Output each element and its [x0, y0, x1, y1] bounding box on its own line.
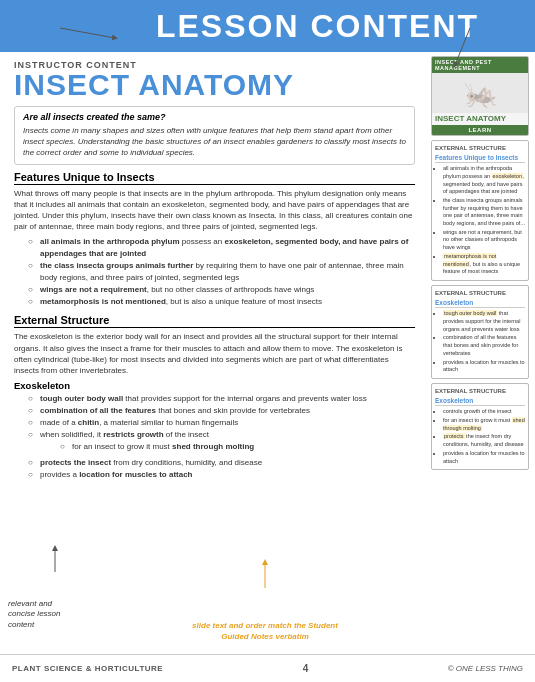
exoskeleton-bullets: tough outer body wall that provides supp…	[28, 393, 415, 481]
list-item: all animals in the arthropoda phylum pos…	[443, 165, 525, 196]
thumbnail-4: EXTERNAL STRUCTURE Exoskeleton controls …	[431, 383, 529, 470]
thumbnail-1-learn[interactable]: LEARN	[432, 125, 528, 135]
list-item: for an insect to grow it must shed throu…	[60, 441, 415, 453]
thumbnail-2: EXTERNAL STRUCTURE Features Unique to In…	[431, 140, 529, 281]
features-body: What throws off many people is that inse…	[14, 188, 415, 233]
thumbnail-3-label: EXTERNAL STRUCTURE	[435, 289, 525, 297]
section-title: INSECT ANATOMY	[14, 70, 415, 100]
sub-heading-exoskeleton: Exoskeleton	[14, 380, 415, 391]
list-item: combination of all the features that bon…	[28, 405, 415, 417]
header: LESSON CONTENT	[0, 0, 535, 52]
section-heading-external: External Structure	[14, 314, 415, 328]
list-item: made of a chitin, a material similar to …	[28, 417, 415, 429]
features-bullets: all animals in the arthropoda phylum pos…	[28, 236, 415, 308]
question-text: Are all insects created the same?	[23, 112, 406, 122]
thumbnail-1: INSECT AND PEST MANAGEMENT 🦗 INSECT ANAT…	[431, 56, 529, 136]
thumbnail-1-title: INSECT ANATOMY	[432, 113, 528, 125]
thumbnail-1-image: 🦗	[432, 73, 528, 113]
list-item: provides a location for muscles to attac…	[443, 359, 525, 374]
thumbnail-1-header: INSECT AND PEST MANAGEMENT	[432, 57, 528, 73]
annotation-bottom-left: relevant and concise lesson content	[8, 599, 78, 630]
thumbnail-3-heading: Exoskeleton	[435, 298, 525, 308]
list-item: wings are not a requirement, but no othe…	[28, 284, 415, 296]
question-box: Are all insects created the same? Insect…	[14, 106, 415, 165]
thumbnail-2-bullets: all animals in the arthropoda phylum pos…	[443, 165, 525, 276]
answer-text: Insects come in many shapes and sizes of…	[23, 125, 406, 159]
thumbnail-2-label: EXTERNAL STRUCTURE	[435, 144, 525, 152]
list-item: protects the insect from dry conditions,…	[28, 457, 415, 469]
list-item: tough outer body wall that provides supp…	[28, 393, 415, 405]
list-item: controls growth of the insect	[443, 408, 525, 416]
page-title: LESSON CONTENT	[120, 10, 515, 42]
list-item: the class insecta groups animals further…	[28, 260, 415, 284]
external-body: The exoskeleton is the exterior body wal…	[14, 331, 415, 376]
thumbnail-4-label: EXTERNAL STRUCTURE	[435, 387, 525, 395]
thumbnail-2-heading: Features Unique to Insects	[435, 153, 525, 163]
footer: PLANT SCIENCE & HORTICULTURE 4 © ONE LES…	[0, 654, 535, 682]
nested-bullets: for an insect to grow it must shed throu…	[60, 441, 415, 453]
thumbnail-4-heading: Exoskeleton	[435, 396, 525, 406]
annotation-bottom-center: slide text and order match the Student G…	[185, 621, 345, 642]
footer-right: © ONE LESS THING	[448, 664, 523, 673]
list-item: tough outer body wall that provides supp…	[443, 310, 525, 333]
section-heading-features: Features Unique to Insects	[14, 171, 415, 185]
list-item: for an insect to grow it must shed throu…	[443, 417, 525, 432]
content-area: INSTRUCTOR CONTENT INSECT ANATOMY Are al…	[0, 52, 425, 646]
list-item: the class insecta groups animals further…	[443, 197, 525, 228]
list-item: provides a location for muscles to attac…	[443, 450, 525, 465]
list-item: wings are not a requirement, but no othe…	[443, 229, 525, 252]
list-item: combination of all the features that bon…	[443, 334, 525, 357]
thumbnail-3: EXTERNAL STRUCTURE Exoskeleton tough out…	[431, 285, 529, 379]
thumbnail-4-bullets: controls growth of the insect for an ins…	[443, 408, 525, 465]
list-item: metamorphosis is not mentioned, but is a…	[28, 296, 415, 308]
list-item: provides a location for muscles to attac…	[28, 469, 415, 481]
list-item: when solidified, it restricts growth of …	[28, 429, 415, 453]
list-item: metamorphosis is not mentioned, but is a…	[443, 253, 525, 276]
footer-page-number: 4	[303, 663, 309, 674]
list-item: protects the insect from dry conditions,…	[443, 433, 525, 448]
thumbnail-3-bullets: tough outer body wall that provides supp…	[443, 310, 525, 374]
thumbnails-sidebar: INSECT AND PEST MANAGEMENT 🦗 INSECT ANAT…	[425, 52, 535, 646]
main-content: INSTRUCTOR CONTENT INSECT ANATOMY Are al…	[0, 52, 535, 646]
list-item: all animals in the arthropoda phylum pos…	[28, 236, 415, 260]
footer-left: PLANT SCIENCE & HORTICULTURE	[12, 664, 163, 673]
insect-icon: 🦗	[463, 77, 498, 110]
